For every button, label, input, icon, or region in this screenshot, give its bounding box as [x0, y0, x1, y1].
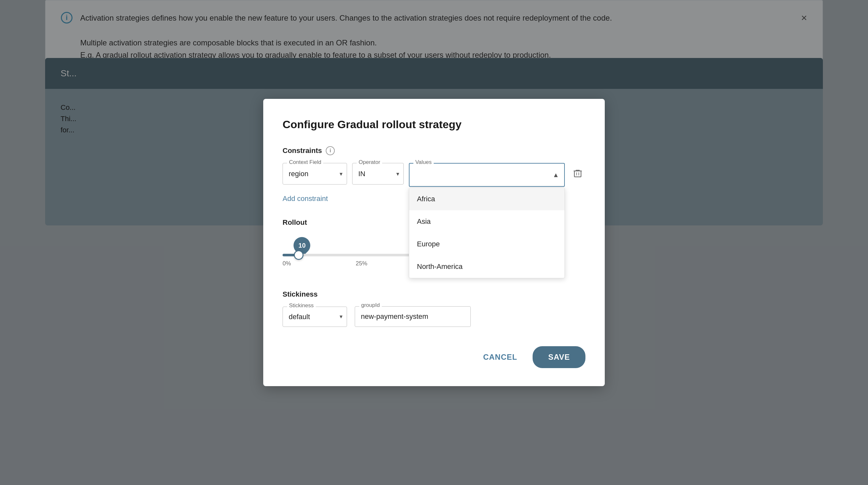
svg-rect-0 — [575, 171, 581, 176]
values-arrow-icon: ▲ — [553, 171, 559, 179]
context-field-wrapper: Context Field region ▾ — [283, 163, 347, 185]
constraints-label: Constraints i — [283, 146, 585, 155]
slider-thumb[interactable] — [294, 250, 304, 260]
modal-overlay: Configure Gradual rollout strategy Const… — [0, 0, 868, 485]
dropdown-item-north-america[interactable]: North-America — [409, 255, 564, 278]
stickiness-field-label: Stickiness — [287, 302, 316, 309]
cancel-button[interactable]: CANCEL — [475, 348, 525, 367]
groupid-label: groupId — [359, 302, 382, 309]
stickiness-select[interactable]: default — [283, 306, 347, 327]
stickiness-field-wrapper: Stickiness default ▾ — [283, 306, 347, 327]
context-field-label: Context Field — [287, 159, 323, 165]
modal-footer: CANCEL SAVE — [283, 346, 585, 368]
slider-label-25: 25% — [356, 260, 367, 267]
values-dropdown: Africa Asia Europe North-America — [409, 187, 565, 278]
groupid-input[interactable] — [355, 306, 471, 327]
constraints-section: Constraints i Context Field region ▾ — [283, 146, 585, 203]
values-label: Values — [413, 159, 434, 165]
stickiness-section: Stickiness Stickiness default ▾ groupId — [283, 290, 585, 327]
operator-field-wrapper: Operator IN ▾ — [352, 163, 404, 185]
delete-constraint-button[interactable] — [570, 164, 585, 187]
values-field-wrapper: Values ▲ Africa Asia Europe North-Americ… — [409, 163, 565, 187]
slider-label-0: 0% — [283, 260, 291, 267]
stickiness-row: Stickiness default ▾ groupId — [283, 306, 585, 327]
dropdown-item-europe[interactable]: Europe — [409, 233, 564, 255]
add-constraint-link[interactable]: Add constraint — [283, 195, 328, 203]
context-field-select[interactable]: region — [283, 163, 347, 185]
dropdown-item-africa[interactable]: Africa — [409, 188, 564, 210]
constraint-row: Context Field region ▾ Operator IN — [283, 163, 585, 187]
values-select[interactable] — [409, 163, 565, 187]
dropdown-item-asia[interactable]: Asia — [409, 210, 564, 233]
save-button[interactable]: SAVE — [533, 346, 585, 368]
constraints-info-icon[interactable]: i — [326, 146, 335, 155]
operator-select[interactable]: IN — [352, 163, 404, 185]
stickiness-label: Stickiness — [283, 290, 585, 298]
groupid-field-wrapper: groupId — [355, 306, 471, 327]
operator-label: Operator — [357, 159, 382, 165]
modal-dialog: Configure Gradual rollout strategy Const… — [263, 99, 605, 386]
modal-title: Configure Gradual rollout strategy — [283, 118, 585, 131]
